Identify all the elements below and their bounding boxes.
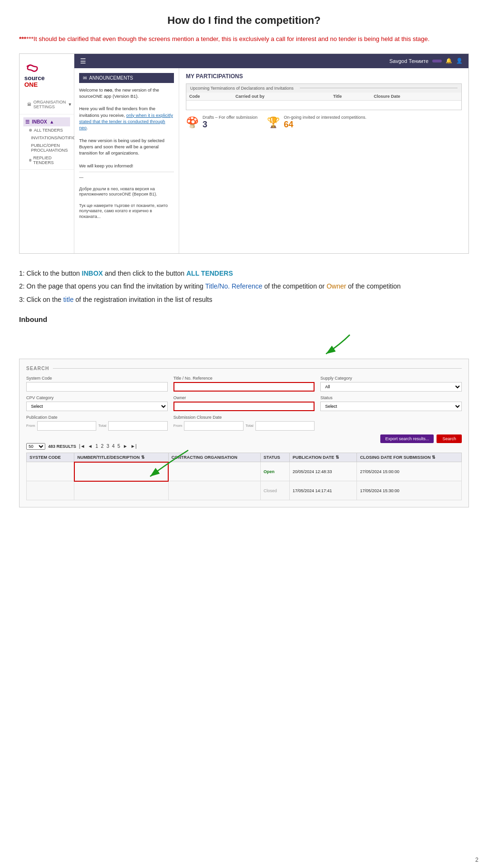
- td-number-title-2[interactable]: [74, 481, 168, 500]
- replied-label: REPLIED TENDERS: [33, 155, 64, 165]
- th-pub-date: PUBLICATION DATE ⇅: [289, 453, 356, 462]
- table-row: Closed 17/05/2024 14:17:41 17/05/2024 15…: [27, 481, 462, 500]
- sort-icon[interactable]: ⇅: [141, 455, 145, 460]
- step3-number: 3: [19, 296, 23, 303]
- public-item[interactable]: PUBLIC/OPEN PROCLAMATIONS: [23, 142, 70, 154]
- org-icon: 🏛: [27, 102, 31, 107]
- search-buttons: Export search results... Search: [26, 434, 462, 443]
- step1-number: 1: [19, 269, 23, 277]
- sub-closure-field: Submission Closure Date From Total: [173, 415, 315, 431]
- col-code: Code: [186, 93, 233, 101]
- search-screenshot: SEARCH System Code Title / No. Reference…: [19, 359, 469, 508]
- ongoing-label: On-going invited or interested competiti…: [284, 115, 366, 120]
- th-closing-date: CLOSING DATE FOR SUBMISSION ⇅: [357, 453, 462, 462]
- ann-bg-para2: Добре дошли в neo, новата версия на прил…: [79, 186, 174, 197]
- td-number-title-1[interactable]: [74, 462, 168, 481]
- supply-cat-label: Supply Category: [320, 376, 462, 381]
- date-row: Publication Date From Total Submission C…: [26, 415, 462, 431]
- stats-row: 🍄 Drafts – For offer submission 3 🏆 On-g…: [186, 115, 462, 130]
- status-label: Status: [320, 395, 462, 400]
- inbox-button[interactable]: ☰ INBOX ▲: [23, 117, 70, 126]
- step-2: 2: On the page that opens you can find t…: [19, 281, 469, 292]
- user-icon[interactable]: 👤: [456, 58, 463, 64]
- upcoming-empty-row: [186, 100, 461, 110]
- app-screenshot: source ONE 🏛 ORGANISATION SETTINGS ▼ ☰ I…: [19, 53, 469, 254]
- all-tenders-item[interactable]: ALL TENDERS: [23, 126, 70, 134]
- main-content: ☰ Savgod Тениите 🔔 👤 ✉ ANNOUNCEMENTS Wel…: [74, 54, 468, 253]
- inbox-section: ☰ INBOX ▲ ALL TENDERS INVITATIONS/NOTIFI…: [20, 114, 74, 170]
- step1-inbox: INBOX: [82, 269, 103, 277]
- sidebar: source ONE 🏛 ORGANISATION SETTINGS ▼ ☰ I…: [20, 54, 74, 253]
- table-wrapper: SYSTEM CODE NUMBER/TITLE/DESCRIPTION ⇅ C…: [26, 453, 462, 501]
- col-carried: Carried out by: [233, 93, 330, 101]
- top-bar: ☰ Savgod Тениите 🔔 👤: [74, 54, 468, 68]
- pub-total-input[interactable]: [108, 421, 168, 431]
- ongoing-stat: 🏆 On-going invited or interested competi…: [267, 115, 366, 130]
- participations-title: MY PARTICIPATIONS: [186, 73, 462, 80]
- pg-2[interactable]: 2: [101, 444, 104, 449]
- arrow-area-top: [19, 330, 469, 359]
- step2-owner: Owner: [326, 282, 346, 290]
- td-contracting-1: [168, 462, 260, 481]
- announcements-title: ANNOUNCEMENTS: [89, 75, 133, 81]
- search-section-title: SEARCH: [26, 366, 462, 371]
- replied-item[interactable]: REPLIED TENDERS: [23, 154, 70, 166]
- announcements-bg-text: — Добре дошли в neo, новата версия на пр…: [79, 175, 174, 220]
- pg-1[interactable]: 1: [95, 444, 98, 449]
- arrow-svg-1: [278, 330, 374, 359]
- results-count: 483 RESULTS: [48, 444, 76, 449]
- ann-bg-para3: Тук ще намерите търгове от поканите, кои…: [79, 203, 174, 220]
- pub-from-input[interactable]: [37, 421, 97, 431]
- pg-4[interactable]: 4: [112, 444, 115, 449]
- bell-icon[interactable]: 🔔: [446, 58, 452, 64]
- step-1: 1: Click to the button INBOX and then cl…: [19, 268, 469, 279]
- td-status-1: Open: [261, 462, 290, 481]
- ann-link[interactable]: only when it is explicitly stated that t…: [79, 113, 173, 131]
- table-header-row: SYSTEM CODE NUMBER/TITLE/DESCRIPTION ⇅ C…: [27, 453, 462, 462]
- all-tenders-dot: [29, 129, 32, 132]
- pg-first[interactable]: |◄: [79, 444, 85, 449]
- export-button[interactable]: Export search results...: [380, 434, 434, 443]
- pg-5[interactable]: 5: [118, 444, 121, 449]
- cpv-field: CPV Category Select: [26, 395, 168, 411]
- td-system-code-2: [27, 481, 74, 500]
- pg-3[interactable]: 3: [106, 444, 109, 449]
- system-code-label: System Code: [26, 376, 168, 381]
- ann-para3: The new version is being used by selecte…: [79, 137, 174, 156]
- sub-from-label: From: [173, 424, 183, 428]
- search-button[interactable]: Search: [437, 434, 462, 443]
- logo-source: source: [24, 75, 45, 82]
- pg-prev[interactable]: ◄: [88, 444, 92, 449]
- supply-cat-select[interactable]: All: [320, 382, 462, 392]
- drafts-stat: 🍄 Drafts – For offer submission 3: [186, 115, 257, 130]
- instructions: 1: Click to the button INBOX and then cl…: [19, 268, 469, 306]
- org-chevron: ▼: [68, 102, 72, 107]
- pg-last[interactable]: ►|: [131, 444, 137, 449]
- sub-closure-label: Submission Closure Date: [173, 415, 315, 420]
- menu-icon[interactable]: ☰: [80, 57, 86, 65]
- invitations-item[interactable]: INVITATIONS/NOTIFICATIONS: [23, 134, 70, 142]
- pub-sort-icon[interactable]: ⇅: [336, 455, 339, 460]
- sub-total-input[interactable]: [255, 421, 315, 431]
- pagination-row: 50 483 RESULTS |◄ ◄ 1 2 3 4 5 ► ►|: [26, 443, 462, 450]
- page-number: 2: [475, 857, 478, 863]
- logo-icon: [24, 62, 41, 74]
- user-label: Savgod Тениите: [389, 58, 428, 64]
- pub-date-field: Publication Date From Total: [26, 415, 168, 431]
- content-area: ✉ ANNOUNCEMENTS Welcome to neo, the new …: [74, 68, 468, 253]
- system-code-input[interactable]: [26, 382, 168, 392]
- status-select[interactable]: Select: [320, 402, 462, 411]
- pg-next[interactable]: ►: [123, 444, 128, 449]
- close-sort-icon[interactable]: ⇅: [432, 455, 436, 460]
- upcoming-divider: [300, 88, 458, 88]
- title-ref-input[interactable]: [173, 382, 315, 392]
- owner-input[interactable]: [173, 402, 315, 411]
- sub-from-input[interactable]: [184, 421, 244, 431]
- drafts-icon: 🍄: [186, 116, 199, 129]
- ann-para2: Here you will find the tenders from the …: [79, 105, 174, 131]
- per-page-select[interactable]: 50: [26, 443, 45, 450]
- cpv-select[interactable]: Select: [26, 402, 168, 411]
- step-3: 3: Click on the title of the registratio…: [19, 294, 469, 306]
- top-action-button[interactable]: [432, 60, 442, 62]
- org-settings-item[interactable]: 🏛 ORGANISATION SETTINGS ▼: [23, 98, 70, 111]
